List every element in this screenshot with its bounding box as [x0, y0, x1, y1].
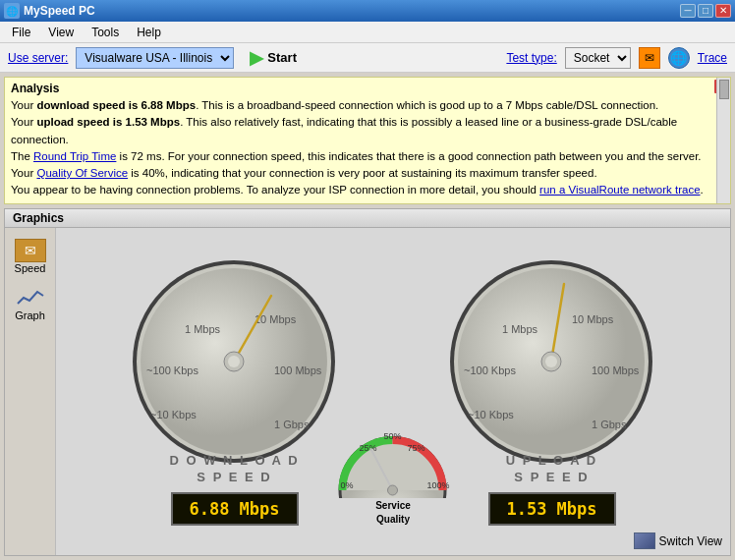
- graph-sidebar-button[interactable]: Graph: [9, 281, 52, 326]
- speed-icon: ✉: [15, 239, 46, 262]
- toolbar-right: Test type: Socket ✉ 🌐 Trace: [506, 47, 727, 69]
- svg-text:1 Gbps: 1 Gbps: [274, 419, 310, 430]
- toolbar: Use server: Visualware USA - Illinois ▶ …: [0, 43, 735, 73]
- close-button[interactable]: ✕: [715, 4, 731, 18]
- svg-text:~100 Kbps: ~100 Kbps: [146, 364, 198, 376]
- email-icon: ✉: [645, 51, 654, 65]
- speed-label: Speed: [15, 262, 46, 274]
- menu-view[interactable]: View: [40, 24, 82, 41]
- download-value: 6.88 Mbps: [171, 492, 299, 526]
- trace-button[interactable]: Trace: [698, 51, 727, 65]
- minimize-button[interactable]: ─: [680, 4, 696, 18]
- upload-gauge-svg: 1 Mbps 10 Mbps ~100 Kbps 100 Mbps ~10 Kb…: [446, 256, 657, 468]
- start-label: Start: [267, 50, 297, 65]
- test-type-label: Test type:: [506, 51, 556, 65]
- main-content: ✕ Analysis Your download speed is 6.88 M…: [0, 73, 735, 560]
- switch-view-button[interactable]: Switch View: [634, 532, 722, 549]
- svg-text:50%: 50%: [384, 431, 402, 441]
- svg-point-20: [388, 485, 398, 495]
- svg-text:100 Mbps: 100 Mbps: [274, 364, 322, 376]
- graphics-panel: Graphics ✉ Speed Graph: [4, 208, 731, 557]
- analysis-trace-text: You appear to be having connection probl…: [11, 184, 704, 196]
- upload-gauge-label: U p l o a d S p e e d: [506, 453, 598, 486]
- qos-link[interactable]: Quality Of Service: [36, 167, 128, 179]
- analysis-title: Analysis: [11, 82, 710, 95]
- svg-text:~10 Kbps: ~10 Kbps: [468, 409, 514, 420]
- rtt-link[interactable]: Round Trip Time: [33, 150, 116, 162]
- gauges-area: 1 Mbps 10 Mbps ~100 Kbps 100 Mbps ~10 Kb…: [56, 228, 730, 556]
- svg-point-11: [228, 356, 240, 367]
- upload-value: 1.53 Mbps: [488, 492, 616, 526]
- test-type-select[interactable]: Socket: [565, 47, 631, 69]
- svg-text:~10 Kbps: ~10 Kbps: [150, 409, 197, 420]
- service-quality-gauge: 0% 25% 50% 75% 100%: [337, 420, 450, 498]
- analysis-rtt-text: The Round Trip Time is 72 ms. For your c…: [11, 150, 702, 162]
- email-button[interactable]: ✉: [639, 47, 660, 69]
- svg-point-32: [545, 356, 557, 367]
- svg-text:1 Mbps: 1 Mbps: [185, 323, 221, 335]
- graphics-body: ✉ Speed Graph: [5, 228, 730, 556]
- menu-help[interactable]: Help: [129, 24, 169, 41]
- service-quality-container: 0% 25% 50% 75% 100% Service Quality: [337, 420, 450, 526]
- menu-file[interactable]: File: [4, 24, 38, 41]
- svg-text:0%: 0%: [341, 480, 354, 490]
- globe-button[interactable]: 🌐: [668, 47, 690, 69]
- server-dropdown: Visualware USA - Illinois: [76, 47, 234, 69]
- app-icon: 🌐: [4, 3, 20, 19]
- globe-icon: 🌐: [670, 50, 687, 66]
- analysis-download-text: Your download speed is 6.88 Mbps. This i…: [11, 99, 658, 111]
- menu-tools[interactable]: Tools: [84, 24, 127, 41]
- switch-view-label: Switch View: [659, 534, 722, 548]
- svg-text:75%: 75%: [408, 443, 425, 453]
- graph-label: Graph: [15, 309, 45, 321]
- app-title: MySpeed PC: [24, 4, 95, 18]
- analysis-panel: ✕ Analysis Your download speed is 6.88 M…: [4, 77, 731, 204]
- server-label: Use server:: [8, 51, 68, 65]
- upload-gauge-container: 1 Mbps 10 Mbps ~100 Kbps 100 Mbps ~10 Kb…: [446, 256, 657, 526]
- scroll-thumb: [719, 80, 729, 99]
- graph-icon: [15, 286, 46, 309]
- download-gauge-container: 1 Mbps 10 Mbps ~100 Kbps 100 Mbps ~10 Kb…: [129, 256, 340, 526]
- scrollbar[interactable]: [716, 78, 730, 203]
- download-gauge-label: D o w n l o a d S p e e d: [169, 453, 299, 486]
- svg-text:10 Mbps: 10 Mbps: [572, 313, 614, 325]
- analysis-text: Your download speed is 6.88 Mbps. This i…: [11, 97, 710, 199]
- svg-text:1 Gbps: 1 Gbps: [592, 419, 627, 430]
- left-sidebar: ✉ Speed Graph: [5, 228, 56, 556]
- analysis-qos-text: Your Quality Of Service is 40%, indicati…: [11, 167, 597, 179]
- download-gauge-svg: 1 Mbps 10 Mbps ~100 Kbps 100 Mbps ~10 Kb…: [129, 256, 340, 468]
- svg-text:1 Mbps: 1 Mbps: [502, 323, 538, 335]
- svg-text:25%: 25%: [360, 443, 377, 453]
- server-select[interactable]: Visualware USA - Illinois: [76, 47, 234, 69]
- svg-text:100%: 100%: [427, 480, 450, 490]
- visualroute-link[interactable]: run a VisualRoute network trace: [539, 184, 700, 196]
- svg-text:100 Mbps: 100 Mbps: [592, 364, 640, 376]
- start-button[interactable]: ▶ Start: [242, 45, 305, 71]
- svg-text:~100 Kbps: ~100 Kbps: [464, 364, 516, 376]
- maximize-button[interactable]: □: [698, 4, 713, 18]
- analysis-upload-text: Your upload speed is 1.53 Mbps. This als…: [11, 116, 677, 144]
- title-bar: 🌐 MySpeed PC ─ □ ✕: [0, 0, 735, 22]
- switch-view-icon: [634, 532, 655, 549]
- start-arrow-icon: ▶: [250, 47, 263, 69]
- service-quality-label: Service Quality: [375, 498, 411, 526]
- window-controls: ─ □ ✕: [680, 4, 731, 18]
- menu-bar: File View Tools Help: [0, 22, 735, 43]
- speed-sidebar-button[interactable]: ✉ Speed: [9, 234, 52, 279]
- graphics-title: Graphics: [5, 209, 730, 228]
